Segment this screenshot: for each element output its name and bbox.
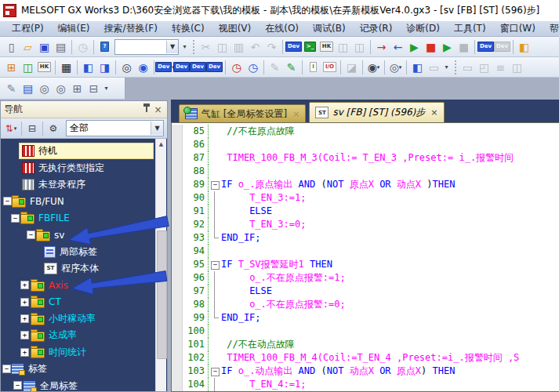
user-setting-icon[interactable]: ◫	[509, 59, 525, 75]
copy-icon[interactable]: ◫	[214, 38, 230, 55]
function-block-selection-combobox[interactable]: ▼	[114, 39, 179, 55]
menu-item-4[interactable]: 转换(C)	[165, 21, 212, 36]
tree-item[interactable]: 未登录程序	[20, 177, 153, 192]
paste-icon[interactable]: ▥	[230, 38, 247, 55]
tree-item[interactable]: 小时稼动率	[28, 311, 153, 326]
device-list-icon[interactable]: Dev	[206, 59, 223, 75]
connection-destination-icon[interactable]: ◫	[20, 59, 36, 75]
tree-item[interactable]: Axis	[28, 278, 153, 292]
tab-sv-st[interactable]: ST sv [FB] [ST] (596)步 ×	[309, 102, 444, 122]
toolbar-grip[interactable]	[191, 40, 195, 54]
tree-item[interactable]: 标签	[9, 361, 153, 376]
form-icon[interactable]: ▭	[459, 59, 476, 75]
device-find-icon[interactable]: Dev	[190, 59, 206, 75]
open-project-icon[interactable]: ▱	[20, 38, 36, 55]
pin-icon[interactable]	[140, 103, 152, 115]
menu-item-5[interactable]: 视图(V)	[212, 21, 259, 36]
display-setting-icon[interactable]: ◉▾	[365, 59, 382, 75]
tree-item[interactable]: 全局标签	[20, 378, 153, 391]
label-edit-icon[interactable]: I	[305, 59, 321, 75]
project-revision-icon[interactable]: ◷	[74, 38, 91, 55]
delete-line-icon[interactable]: ⊟	[85, 80, 102, 96]
parameter-icon[interactable]: ▦	[58, 59, 74, 75]
module-configuration-icon[interactable]: HK	[36, 59, 53, 75]
watch-red-icon[interactable]: ◷	[228, 59, 245, 75]
find-icon[interactable]: ◎	[118, 59, 135, 75]
menu-item-10[interactable]: 工具(T)	[447, 21, 493, 36]
screen-copy-icon[interactable]: ◫	[335, 38, 351, 55]
st-code-editor[interactable]: 85 //不在原点故障8687 TIMER_100_FB_M_3(Coil:= …	[171, 122, 559, 392]
fold-collapse-icon[interactable]: −	[211, 261, 220, 270]
cut-icon[interactable]: ✂	[198, 38, 214, 55]
title-bar[interactable]: MELSOFT GX Works3 D:\360安全浏览器下载\我的模板 - 副…	[0, 0, 559, 21]
scroll-up-icon[interactable]: ▲	[156, 139, 166, 150]
program-check-icon[interactable]: ✎	[283, 59, 299, 75]
tree-item[interactable]: CT	[28, 295, 153, 310]
statement-list-icon[interactable]: ◧	[516, 38, 532, 55]
tree-scrollbar[interactable]: ▲	[155, 139, 166, 391]
window-find-icon[interactable]: ◧	[409, 59, 426, 75]
write-to-plc-icon[interactable]: →	[373, 38, 390, 55]
collapse-tree-button[interactable]: ⊟	[24, 121, 40, 136]
undo-icon[interactable]: ↶	[247, 38, 263, 55]
menu-item-3[interactable]: 搜索/替换(F)	[97, 21, 165, 36]
device-batch-monitor-icon[interactable]: Dev	[477, 38, 494, 55]
menu-item-12[interactable]: 帮助(H)	[543, 21, 559, 36]
tab-global-label[interactable]: 气缸 [全局标签设置] ×	[179, 104, 306, 122]
st-find-icon[interactable]: ◎	[36, 80, 53, 96]
menu-item-9[interactable]: 诊断(D)	[399, 21, 447, 36]
close-icon[interactable]: ×	[152, 103, 164, 115]
tree-item[interactable]: 局部标签	[42, 244, 153, 259]
menu-item-2[interactable]: 编辑(E)	[51, 21, 97, 36]
device-display-icon[interactable]: Dev▾	[157, 59, 173, 75]
tree-item[interactable]: 待机	[20, 143, 153, 158]
menu-item-11[interactable]: 窗口(W)	[493, 21, 543, 36]
device-zoom-icon[interactable]: ◎▾	[387, 59, 404, 75]
scrollbar-thumb[interactable]	[157, 230, 167, 359]
watch-blue-icon[interactable]: ◷	[245, 59, 261, 75]
toolbar-overflow-icon[interactable]: ▾	[442, 60, 451, 75]
convert-icon[interactable]: ◪	[343, 59, 360, 75]
toolbar-overflow-icon[interactable]: ▾	[102, 81, 111, 96]
find-in-window-icon[interactable]: ◉	[135, 59, 151, 75]
watch-start-icon[interactable]: ▶	[439, 38, 456, 55]
menu-item-8[interactable]: 记录(R)	[353, 21, 400, 36]
screen-paste-icon[interactable]: ◫	[351, 38, 368, 55]
print-icon[interactable]: ▤	[53, 38, 69, 55]
project-tree-icon[interactable]: ⊞	[3, 59, 20, 75]
tab-close-icon[interactable]: ×	[292, 109, 299, 119]
menu-item-7[interactable]: 调试(B)	[306, 21, 353, 36]
device-batch-icon[interactable]: Dev	[173, 59, 190, 75]
tree-item[interactable]: 无执行类型指定	[20, 160, 153, 175]
toolbar-grip[interactable]	[453, 60, 457, 74]
menu-item-6[interactable]: 在线(O)	[258, 21, 306, 36]
tree-item[interactable]: 时间统计	[28, 345, 153, 360]
st-copy-icon[interactable]: ▤	[20, 80, 36, 96]
program-setting-icon[interactable]: ✎	[267, 59, 283, 75]
toolbar-overflow-icon[interactable]: ▾	[180, 39, 189, 55]
module-tool-icon[interactable]: HK	[318, 38, 335, 55]
tree-item[interactable]: ST程序本体	[42, 261, 153, 276]
new-project-icon[interactable]: ▯	[3, 38, 20, 55]
fold-collapse-icon[interactable]: −	[211, 368, 220, 376]
tab-close-icon[interactable]: ×	[430, 107, 437, 118]
chevron-down-icon[interactable]: ▼	[166, 41, 178, 53]
tree-item[interactable]: FB/FUN	[9, 194, 153, 209]
device-monitor-icon[interactable]: >_	[302, 38, 318, 55]
sort-order-button[interactable]: ⇅▾	[3, 121, 19, 136]
monitor-stop-icon[interactable]: ■	[423, 38, 439, 55]
read-from-plc-icon[interactable]: ←	[390, 38, 406, 55]
redo-icon[interactable]: ↷	[263, 38, 280, 55]
device-comment-icon[interactable]: Dev	[285, 38, 302, 55]
program-window-icon[interactable]: ◧	[80, 59, 96, 75]
fold-collapse-icon[interactable]: −	[211, 181, 220, 190]
watch-stop-icon[interactable]: ■	[456, 38, 472, 55]
tree-item[interactable]: 达成率	[28, 328, 153, 343]
gear-icon[interactable]: ⚙	[45, 121, 61, 136]
dock-icon[interactable]: ▭	[426, 59, 442, 75]
menu-item-1[interactable]: 工程(P)	[5, 21, 51, 36]
dialog-icon[interactable]: ◰	[476, 59, 492, 75]
monitor-start-icon[interactable]: ▶	[406, 38, 423, 55]
st-edit-icon[interactable]: ✎	[3, 80, 20, 96]
tree-item[interactable]: FBFILE	[18, 211, 153, 226]
